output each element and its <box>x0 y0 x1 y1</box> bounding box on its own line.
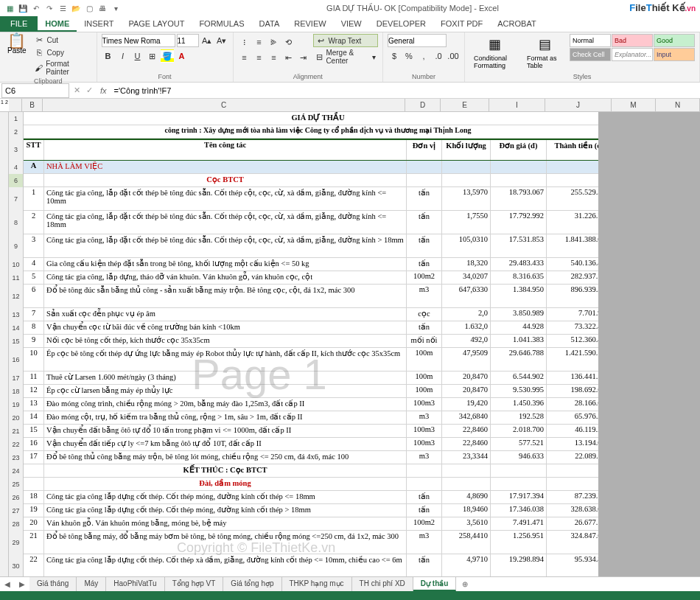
col-header-N[interactable]: N <box>656 99 700 111</box>
cell[interactable]: Sản xuất cọc đễn phục vụ ép âm <box>44 308 407 321</box>
font-name-combo[interactable] <box>102 34 175 47</box>
sheet-tab[interactable]: THKP hạng mục <box>282 577 352 591</box>
cell[interactable] <box>407 174 442 186</box>
cell[interactable]: 6 <box>24 285 44 307</box>
select-all-corner[interactable] <box>9 99 22 112</box>
cell[interactable]: 1.384.950 <box>491 285 547 307</box>
formula-input[interactable]: ='Công trình'!F7 <box>111 86 700 95</box>
cell[interactable]: 1.450.396 <box>491 398 547 411</box>
new-icon[interactable]: ▢ <box>84 3 94 13</box>
cell[interactable]: tấn <box>407 187 442 210</box>
cell[interactable]: 100m3 <box>407 425 442 437</box>
decrease-font-icon[interactable]: A▾ <box>215 34 228 47</box>
tab-page-layout[interactable]: PAGE LAYOUT <box>121 16 192 32</box>
row-header[interactable]: 26 <box>9 491 24 504</box>
sheet-tab[interactable]: Dự thầu <box>413 577 457 591</box>
cell[interactable]: 17.346.038 <box>491 504 547 517</box>
conditional-formatting-button[interactable]: ▦Conditional Formatting <box>469 34 519 71</box>
row-header[interactable]: 17 <box>9 371 24 385</box>
cell[interactable] <box>407 161 442 173</box>
style-explanatory[interactable]: Explanator... <box>612 48 653 61</box>
cell[interactable]: Công tác gia công, lắp đặt cốt thép bê t… <box>44 187 407 210</box>
tab-nav-next-icon[interactable]: ▶ <box>15 580 29 588</box>
cell[interactable]: 11 <box>24 371 44 384</box>
cell[interactable]: tấn <box>407 554 442 577</box>
cell[interactable]: Công tác gia công lắp dựng cốt thép. Cốt… <box>44 554 407 577</box>
cell[interactable]: KẾT THÚC : Cọc BTCT <box>44 464 407 477</box>
row-header[interactable]: 24 <box>9 464 24 478</box>
cell[interactable]: 8 <box>24 321 44 334</box>
cell[interactable]: 18 <box>24 491 44 503</box>
row-header[interactable]: 19 <box>9 398 24 411</box>
cell[interactable]: 3 <box>24 234 44 257</box>
align-right-icon[interactable]: ≡ <box>267 51 281 64</box>
cell[interactable]: 16 <box>24 438 44 450</box>
cell[interactable]: 18.793.067 <box>491 187 547 210</box>
row-header[interactable]: 18 <box>9 385 24 398</box>
cell[interactable]: Công tác gia công, lắp đặt cốt thép bê t… <box>44 211 407 234</box>
sheet-tab[interactable]: HaoPhiVatTu <box>106 577 164 591</box>
style-input[interactable]: Input <box>654 48 695 61</box>
col-header-J[interactable]: J <box>545 99 612 111</box>
row-header[interactable]: 16 <box>9 348 24 371</box>
cell[interactable]: tấn <box>407 258 442 271</box>
cell[interactable]: Công tác gia công lắp dựng cốt thép. Cốt… <box>44 504 407 517</box>
cell[interactable] <box>24 174 44 186</box>
row-header[interactable]: 13 <box>9 308 24 321</box>
orientation-icon[interactable]: ⟲ <box>282 35 295 49</box>
merge-center-button[interactable]: ⊟Merge & Center ▾ <box>313 48 378 66</box>
cell[interactable]: 258,4410 <box>442 531 491 554</box>
cell[interactable]: 2,0 <box>442 308 491 321</box>
row-header[interactable]: 10 <box>9 258 24 271</box>
cell[interactable]: 29.646.788 <box>491 348 547 371</box>
cell[interactable]: NHÀ LÀM VIỆC <box>44 161 407 173</box>
tab-developer[interactable]: DEVELOPER <box>369 16 433 32</box>
cell[interactable]: 17.792.992 <box>491 211 547 234</box>
cell[interactable]: Ván khuôn gỗ. Ván khuôn móng bằng, móng … <box>44 517 407 530</box>
bold-icon[interactable]: B <box>102 49 115 63</box>
add-sheet-icon[interactable]: ⊕ <box>456 580 474 588</box>
cell[interactable]: 4,9710 <box>442 554 491 577</box>
cell[interactable]: 1 <box>24 187 44 210</box>
cell[interactable]: Đài, dầm móng <box>44 478 407 490</box>
cell[interactable]: 21 <box>24 531 44 554</box>
font-color-icon[interactable]: A <box>175 49 189 63</box>
cell[interactable]: Đổ bê tông đúc sẵn bằng thủ công - sản x… <box>44 285 407 307</box>
cell[interactable]: cọc <box>407 308 442 321</box>
cell[interactable]: 4,8690 <box>442 491 491 503</box>
fx-icon[interactable]: fx <box>96 86 111 95</box>
row-header[interactable]: 14 <box>9 321 24 335</box>
cell[interactable]: 3,5610 <box>442 517 491 530</box>
row-header[interactable]: 22 <box>9 438 24 451</box>
row-header[interactable]: 23 <box>9 451 24 464</box>
currency-icon[interactable]: $ <box>388 49 401 63</box>
cell[interactable]: 44.928 <box>491 321 547 334</box>
style-check-cell[interactable]: Check Cell <box>570 48 611 61</box>
row-header[interactable]: 11 <box>9 271 24 285</box>
cell[interactable]: 7.491.471 <box>491 517 547 530</box>
cell[interactable]: 2.018.700 <box>491 425 547 437</box>
row-header[interactable]: 6 <box>9 174 24 187</box>
cell[interactable]: Vận chuyển cọc từ bãi đúc về công trường… <box>44 321 407 334</box>
cell[interactable]: Đổ bê tông thủ công bằng máy trộn, bê tô… <box>44 451 407 464</box>
italic-icon[interactable]: I <box>116 49 130 63</box>
cell[interactable]: Đào móng công trình, chiều rộng móng > 2… <box>44 398 407 411</box>
cell[interactable] <box>407 478 442 490</box>
cell[interactable]: 17 <box>24 451 44 464</box>
cell[interactable]: Ép cọc cừ larsen bằng máy ép thủy lực <box>44 385 407 397</box>
tab-file[interactable]: FILE <box>0 16 38 32</box>
cell[interactable]: tấn <box>407 234 442 257</box>
row-header[interactable]: 20 <box>9 411 24 425</box>
cell-styles-gallery[interactable]: Normal Bad Good Check Cell Explanator...… <box>570 34 695 61</box>
sheet-tab[interactable]: Giá tổng hợp <box>223 577 281 591</box>
underline-icon[interactable]: U <box>131 49 144 63</box>
cell[interactable]: 20,8470 <box>442 385 491 397</box>
tab-view[interactable]: VIEW <box>334 16 369 32</box>
style-good[interactable]: Good <box>654 34 695 47</box>
outline-column[interactable] <box>0 112 9 578</box>
fill-color-icon[interactable]: 🪣 <box>161 49 174 63</box>
cell[interactable]: Cọc BTCT <box>44 174 407 186</box>
cell[interactable]: tấn <box>407 211 442 234</box>
copy-button[interactable]: ⎘Copy <box>32 46 92 58</box>
comma-icon[interactable]: , <box>417 49 430 63</box>
